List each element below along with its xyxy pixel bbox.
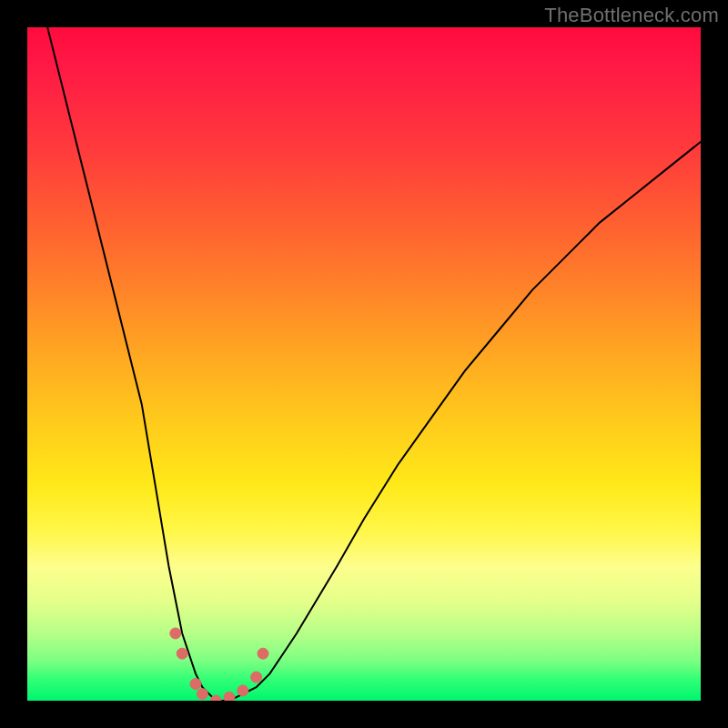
curve-overlay — [27, 27, 701, 701]
bottleneck-curve — [47, 27, 701, 701]
curve-marker — [238, 685, 248, 696]
curve-marker — [258, 648, 268, 659]
curve-marker — [224, 692, 235, 701]
curve-marker — [251, 672, 262, 682]
plot-area — [27, 27, 701, 701]
watermark-label: TheBottleneck.com — [544, 4, 719, 27]
curve-marker — [190, 679, 201, 690]
chart-frame: TheBottleneck.com — [0, 0, 728, 728]
curve-marker — [170, 628, 181, 639]
curve-marker — [197, 689, 207, 700]
curve-marker — [177, 648, 187, 659]
